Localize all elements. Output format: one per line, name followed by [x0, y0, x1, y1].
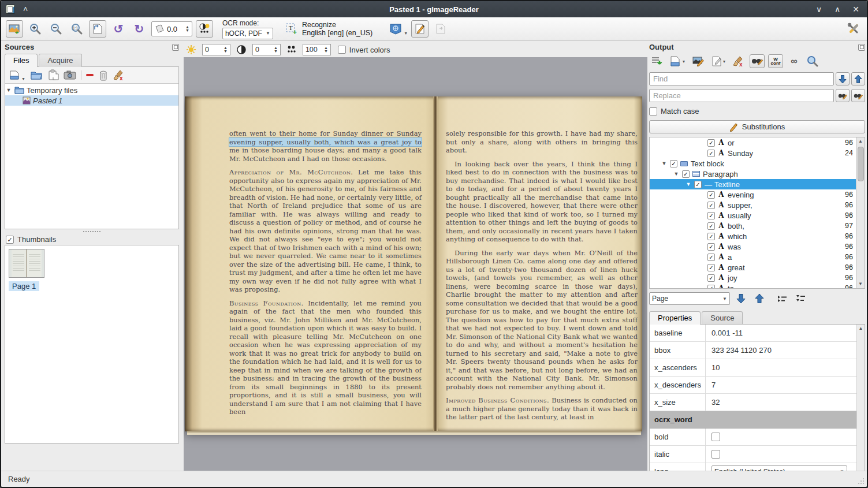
- item-checkbox[interactable]: ✓: [694, 181, 702, 188]
- open-folder-button[interactable]: [30, 70, 43, 80]
- tab-properties[interactable]: Properties: [649, 311, 701, 325]
- thumbnails-toggle[interactable]: ✓ Thumbnails: [5, 234, 179, 245]
- item-checkbox[interactable]: ✓: [682, 170, 690, 178]
- item-checkbox[interactable]: ✓: [707, 285, 715, 289]
- tree-row-joy[interactable]: ✓Ajoy96: [650, 273, 865, 283]
- find-replace-toggle[interactable]: [750, 54, 765, 68]
- find-previous-button[interactable]: [851, 72, 865, 85]
- item-checkbox[interactable]: ✓: [707, 243, 715, 251]
- match-case-checkbox[interactable]: [649, 107, 657, 116]
- add-images-button[interactable]: +: [6, 20, 23, 38]
- previous-item-button[interactable]: [752, 292, 767, 306]
- tree-row-text-block[interactable]: ▼✓Text block: [650, 158, 865, 169]
- image-controls-toggle[interactable]: [196, 20, 213, 38]
- item-checkbox[interactable]: ✓: [707, 254, 715, 261]
- export-button[interactable]: [432, 20, 449, 38]
- invert-colors-checkbox[interactable]: [338, 46, 346, 54]
- match-case-toggle[interactable]: Match case: [649, 107, 865, 116]
- tree-scrollbar[interactable]: ▲ ▼: [856, 137, 865, 288]
- replace-all-button[interactable]: [851, 89, 865, 102]
- item-checkbox[interactable]: ✓: [707, 264, 715, 271]
- tree-row-textline[interactable]: ▼✓—Textline: [650, 179, 865, 189]
- properties-scrollbar[interactable]: ▲ ▼: [856, 325, 865, 476]
- scroll-up-icon[interactable]: ▲: [857, 325, 865, 332]
- recognize-button[interactable]: T+ Recognize English [eng] (en_US): [281, 20, 376, 38]
- rotation-spinbox[interactable]: 0.0 ▲▼: [151, 21, 192, 36]
- tree-row-supper-[interactable]: ✓Asupper,96: [650, 200, 865, 210]
- ocr-mode-combobox[interactable]: hOCR, PDF ▼: [222, 28, 273, 39]
- substitutions-button[interactable]: Substitutions: [649, 120, 865, 133]
- tree-row-to[interactable]: ✓Ato96: [650, 283, 865, 289]
- brightness-value[interactable]: 0: [205, 46, 222, 54]
- replace-button[interactable]: [836, 89, 850, 102]
- bold-checkbox[interactable]: [711, 433, 720, 441]
- tree-row-was[interactable]: ✓Awas96: [650, 241, 865, 252]
- thumbnails-checkbox[interactable]: ✓: [6, 236, 14, 244]
- item-checkbox[interactable]: ✓: [707, 222, 715, 230]
- rotation-value[interactable]: 0.0: [165, 25, 184, 33]
- tree-row-both-[interactable]: ✓Aboth,97: [650, 221, 865, 231]
- tab-files[interactable]: Files: [5, 54, 38, 67]
- spin-arrows-icon[interactable]: ▲▼: [222, 46, 229, 53]
- zoom-original-button[interactable]: 1:1: [68, 20, 85, 38]
- item-checkbox[interactable]: ✓: [707, 202, 715, 209]
- sources-splitter[interactable]: [5, 229, 179, 234]
- tree-item-temporary-files[interactable]: ▼ Temporary files: [5, 85, 178, 95]
- item-checkbox[interactable]: ✓: [707, 139, 715, 147]
- clear-sources-button[interactable]: x: [113, 69, 125, 81]
- edit-mode-toggle[interactable]: [411, 20, 429, 38]
- page-selector-combobox[interactable]: Page ▼: [649, 292, 730, 305]
- maximize-button[interactable]: ∧: [832, 5, 843, 14]
- tree-row-great[interactable]: ✓Agreat96: [650, 262, 865, 273]
- spin-arrows-icon[interactable]: ▲▼: [273, 46, 279, 53]
- close-button[interactable]: ✕: [851, 5, 861, 14]
- export-image-button[interactable]: [691, 54, 706, 68]
- detach-output-button[interactable]: [858, 44, 865, 51]
- language-button[interactable]: ▼: [389, 23, 408, 35]
- tree-row-sunday[interactable]: ✓ASunday24: [650, 148, 865, 158]
- find-input[interactable]: [649, 72, 834, 85]
- screenshot-button[interactable]: [64, 70, 76, 80]
- tree-item-pasted-1[interactable]: Pasted 1: [5, 95, 178, 106]
- contrast-spinbox[interactable]: 0 ▲▼: [252, 44, 281, 55]
- remove-source-button[interactable]: [86, 74, 94, 76]
- expander-icon[interactable]: ▼: [661, 161, 667, 166]
- preview-toggle[interactable]: [805, 54, 820, 68]
- tree-row-evening[interactable]: ✓Aevening96: [650, 189, 865, 200]
- item-checkbox[interactable]: ✓: [707, 233, 715, 240]
- delete-source-button[interactable]: [98, 69, 109, 81]
- tab-source[interactable]: Source: [702, 311, 743, 325]
- resolution-value[interactable]: 100: [306, 46, 323, 54]
- tree-row-paragraph[interactable]: ▼✓Paragraph: [650, 169, 865, 179]
- brightness-spinbox[interactable]: 0 ▲▼: [202, 44, 230, 55]
- scroll-down-icon[interactable]: ▼: [856, 280, 865, 288]
- expander-icon[interactable]: ▼: [5, 87, 12, 93]
- paste-button[interactable]: [47, 69, 59, 81]
- tree-row-or[interactable]: ✓Aor96: [650, 137, 865, 148]
- resolution-spinbox[interactable]: 100 ▲▼: [303, 44, 331, 55]
- rotate-left-button[interactable]: ↺: [110, 20, 127, 38]
- expander-icon[interactable]: ▼: [673, 171, 679, 177]
- expander-icon[interactable]: ▼: [686, 181, 691, 187]
- clear-output-button[interactable]: x: [731, 54, 746, 68]
- settings-button[interactable]: [845, 20, 862, 38]
- resize-grip[interactable]: [858, 478, 865, 485]
- page-thumbnail[interactable]: [9, 249, 44, 278]
- zoom-in-button[interactable]: [27, 20, 44, 38]
- italic-checkbox[interactable]: [711, 450, 720, 459]
- collapse-all-button[interactable]: [794, 292, 809, 306]
- item-checkbox[interactable]: ✓: [707, 150, 715, 157]
- item-checkbox[interactable]: ✓: [670, 160, 677, 167]
- minimize-button[interactable]: ∨: [814, 5, 824, 14]
- item-checkbox[interactable]: ✓: [707, 212, 715, 219]
- item-checkbox[interactable]: ✓: [707, 274, 715, 282]
- detach-sources-button[interactable]: [172, 44, 179, 51]
- invert-colors-toggle[interactable]: Invert colors: [337, 44, 392, 55]
- tab-acquire[interactable]: Acquire: [39, 54, 81, 67]
- rotate-right-button[interactable]: ↻: [131, 20, 148, 38]
- spin-arrows-icon[interactable]: ▲▼: [323, 46, 329, 53]
- zoom-fit-button[interactable]: [89, 20, 106, 38]
- scroll-thumb[interactable]: [858, 147, 864, 181]
- link-position-button[interactable]: ∞: [787, 54, 802, 68]
- save-output-button[interactable]: ▼: [668, 54, 687, 68]
